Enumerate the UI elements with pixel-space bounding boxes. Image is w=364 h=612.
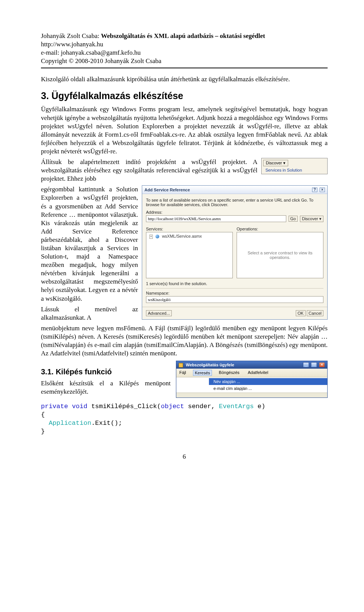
go-button[interactable]: Go xyxy=(289,216,298,222)
code-argend: e) xyxy=(254,403,265,410)
help-icon[interactable]: ? xyxy=(312,188,317,192)
app-icon xyxy=(179,363,183,368)
paragraph-3: menüobjektum neve legyen msFőmenü. A Fáj… xyxy=(41,324,328,358)
code-block: private void tsmiKilépés_Click(object se… xyxy=(41,402,328,436)
section-heading: 3. Ügyfélalkalmazás elkészítése xyxy=(41,90,328,101)
window-titlebar: Webszolgáltatás ügyfele _ □ × xyxy=(176,361,327,369)
type-eventargs: EventArgs xyxy=(219,403,254,410)
code-method: tsmiKilépés_Click( xyxy=(87,403,161,410)
maximize-icon[interactable]: □ xyxy=(311,362,317,368)
app-window-screenshot: Webszolgáltatás ügyfele _ □ × Fájl Keres… xyxy=(176,361,328,398)
paragraph-2b: egérgombbal kattintunk a Solution Explor… xyxy=(41,185,138,303)
kw-private: private xyxy=(41,403,68,410)
submenu-nev-alapjan[interactable]: Név alapján ... xyxy=(209,378,327,385)
close-icon[interactable]: × xyxy=(319,362,325,368)
header-rule xyxy=(41,68,328,68)
email-value: johanyak.csaba@gamf.kefo.hu xyxy=(61,49,141,56)
copyright: Copyright © 2008-2010 Johanyák Zsolt Csa… xyxy=(41,57,328,65)
submenu: Név alapján ... e-mail cím alapján ... xyxy=(176,377,327,393)
operations-list: Select a service contract to view its op… xyxy=(237,232,323,278)
paragraph-2c: Lássuk el menüvel az alkalmazásunkat. A xyxy=(41,305,138,322)
kw-object: object xyxy=(161,403,184,410)
page-number: 6 xyxy=(41,453,328,461)
email-label: e-mail: xyxy=(41,49,59,56)
menu-adatfelvitel[interactable]: Adatfelvitel xyxy=(246,370,270,376)
advanced-button[interactable]: Advanced... xyxy=(146,310,172,316)
globe-icon xyxy=(155,235,159,238)
address-label: Address: xyxy=(146,210,323,215)
intro-paragraph: Kiszolgáló oldali alkalmazásunk kipróbál… xyxy=(41,75,328,84)
type-application: Application xyxy=(49,420,91,427)
cancel-button[interactable]: Cancel xyxy=(307,310,323,316)
brace-open: { xyxy=(41,411,45,418)
separator xyxy=(146,288,323,289)
operations-placeholder: Select a service contract to view its op… xyxy=(242,251,318,260)
services-label: Services: xyxy=(146,227,233,231)
kw-void: void xyxy=(72,403,88,410)
discover-popup-image: Discover ▾ Services in Solution xyxy=(261,158,328,174)
close-icon[interactable]: × xyxy=(320,188,325,192)
submenu-email-alapjan[interactable]: e-mail cím alapján ... xyxy=(209,385,327,392)
window-body xyxy=(176,393,327,397)
operations-label: Operations: xyxy=(237,227,323,231)
services-in-solution-link[interactable]: Services in Solution xyxy=(263,166,326,172)
service-tree-item[interactable]: wsXML/Service.asmx xyxy=(162,234,202,238)
window-title: Webszolgáltatás ügyfele xyxy=(186,363,234,367)
discover-button[interactable]: Discover ▾ xyxy=(263,160,288,166)
code-call: .Exit(); xyxy=(91,420,122,427)
namespace-input[interactable] xyxy=(146,296,323,303)
services-list[interactable]: + wsXML/Service.asmx xyxy=(146,232,233,278)
paragraph-1: Ügyfélalkalmazásunk egy Windows Forms pr… xyxy=(41,105,328,156)
address-input[interactable] xyxy=(146,215,286,222)
menubar: Fájl Keresés Böngészés Adatfelvitel xyxy=(176,369,327,377)
paragraph-2a: Állítsuk be alapértelmezett indító proje… xyxy=(41,158,257,183)
header-url: http://www.johanyak.hu xyxy=(41,40,328,49)
minimize-icon[interactable]: _ xyxy=(303,362,309,368)
chevron-down-icon: ▾ xyxy=(319,216,322,221)
author-name: Johanyák Zsolt Csaba: xyxy=(41,32,99,39)
dialog-description: To see a list of available services on a… xyxy=(146,198,323,207)
code-arg1: sender, xyxy=(184,403,219,410)
menu-kereses[interactable]: Keresés xyxy=(193,370,212,376)
menu-bongeszes[interactable]: Böngészés xyxy=(217,370,241,376)
found-status: 1 service(s) found in the solution. xyxy=(146,281,323,286)
doc-title: Webszolgáltatás és XML alapú adatbázis –… xyxy=(101,32,265,39)
discover-dropdown-button[interactable]: Discover ▾ xyxy=(300,216,323,222)
menu-fajl[interactable]: Fájl xyxy=(178,370,188,376)
ok-button[interactable]: OK xyxy=(296,310,306,316)
add-service-reference-dialog: Add Service Reference ? × To see a list … xyxy=(142,185,328,320)
document-header: Johanyák Zsolt Csaba: Webszolgáltatás és… xyxy=(41,32,328,65)
dialog-title: Add Service Reference xyxy=(144,188,190,192)
namespace-label: Namespace: xyxy=(146,291,323,295)
dialog-titlebar: Add Service Reference ? × xyxy=(142,186,327,194)
chevron-down-icon: ▾ xyxy=(283,161,286,165)
tree-expand-icon[interactable]: + xyxy=(149,235,153,239)
brace-close: } xyxy=(41,428,45,435)
